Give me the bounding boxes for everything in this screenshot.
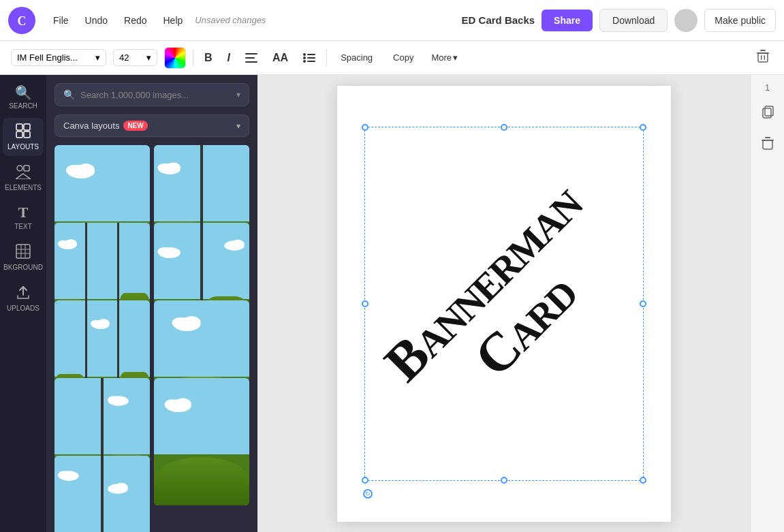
canvas-area[interactable]: Bannerman Card ↻ bbox=[257, 75, 750, 532]
make-public-button[interactable]: Make public bbox=[704, 9, 776, 32]
canva-logo[interactable]: C bbox=[8, 7, 35, 34]
svg-rect-3 bbox=[245, 57, 255, 59]
search-dropdown-arrow: ▾ bbox=[236, 90, 240, 99]
copy-button[interactable]: Copy bbox=[386, 48, 420, 67]
sidebar-label-background: BKGROUND bbox=[3, 264, 43, 271]
cloud-icon-10 bbox=[56, 466, 82, 481]
text-icon: T bbox=[18, 205, 29, 220]
svg-rect-19 bbox=[24, 131, 30, 138]
rotate-handle[interactable]: ↻ bbox=[363, 489, 373, 499]
canvas-page: Bannerman Card ↻ bbox=[337, 86, 671, 522]
cloud-icon-8 bbox=[106, 391, 131, 406]
align-icon bbox=[245, 53, 257, 63]
aa-button[interactable]: AA bbox=[268, 49, 292, 67]
svg-point-33 bbox=[167, 162, 181, 172]
svg-rect-57 bbox=[765, 106, 773, 116]
svg-rect-12 bbox=[760, 50, 766, 51]
cloud-icon-4 bbox=[156, 242, 183, 258]
layouts-icon bbox=[16, 123, 31, 140]
delete-button[interactable] bbox=[753, 47, 773, 69]
sidebar-item-uploads[interactable]: UPLOADS bbox=[3, 279, 44, 317]
svg-point-43 bbox=[97, 319, 109, 328]
svg-point-5 bbox=[303, 53, 306, 56]
layout-selector[interactable]: Canva layouts NEW ▾ bbox=[54, 114, 249, 137]
handle-tm[interactable] bbox=[501, 124, 507, 131]
handle-tr[interactable] bbox=[640, 124, 646, 131]
background-icon bbox=[16, 244, 31, 261]
cloud-icon-9 bbox=[161, 393, 195, 412]
svg-text:C: C bbox=[18, 14, 27, 28]
svg-rect-23 bbox=[16, 245, 30, 258]
sidebar-item-layouts[interactable]: LAYOUTS bbox=[3, 118, 44, 156]
download-button[interactable]: Download bbox=[599, 9, 668, 32]
sidebar-item-text[interactable]: T TEXT bbox=[3, 200, 44, 236]
sidebar-item-search[interactable]: 🔍 SEARCH bbox=[3, 80, 44, 115]
svg-rect-16 bbox=[16, 124, 22, 130]
handle-mr[interactable] bbox=[640, 300, 646, 307]
menu-undo[interactable]: Undo bbox=[78, 11, 114, 30]
delete-page-button[interactable] bbox=[759, 134, 777, 157]
svg-rect-4 bbox=[245, 61, 257, 63]
svg-rect-15 bbox=[764, 55, 766, 60]
topbar-right: ED Card Backs Share Download Make public bbox=[462, 9, 776, 32]
delete-page-icon bbox=[762, 137, 774, 151]
italic-button[interactable]: I bbox=[223, 49, 234, 67]
bold-button[interactable]: B bbox=[200, 49, 217, 67]
more-arrow-icon: ▾ bbox=[453, 52, 458, 63]
svg-point-40 bbox=[231, 240, 244, 249]
svg-rect-60 bbox=[763, 140, 772, 149]
left-panel: 🔍 ▾ Canva layouts NEW ▾ bbox=[46, 75, 257, 532]
svg-rect-8 bbox=[307, 57, 315, 59]
list-button[interactable] bbox=[299, 50, 319, 65]
cloud-icon bbox=[64, 158, 98, 178]
list-icon bbox=[303, 53, 315, 63]
more-button[interactable]: More ▾ bbox=[427, 48, 462, 67]
handle-bl[interactable] bbox=[362, 477, 369, 484]
color-picker[interactable] bbox=[164, 47, 186, 69]
sidebar-label-search: SEARCH bbox=[9, 102, 37, 110]
layout-selector-arrow: ▾ bbox=[236, 121, 240, 131]
menu-file[interactable]: File bbox=[46, 11, 76, 30]
svg-rect-2 bbox=[245, 53, 257, 54]
copy-page-icon bbox=[761, 105, 774, 119]
sidebar-item-elements[interactable]: ELEMENTS bbox=[3, 159, 44, 197]
spacing-button[interactable]: Spacing bbox=[334, 48, 379, 67]
handle-br[interactable] bbox=[640, 477, 646, 484]
sidebar-item-background[interactable]: BKGROUND bbox=[3, 238, 44, 277]
svg-point-20 bbox=[17, 166, 22, 171]
layout-selector-label: Canva layouts bbox=[63, 121, 119, 131]
elements-icon bbox=[16, 164, 31, 181]
search-input[interactable] bbox=[80, 90, 231, 100]
font-selector[interactable]: IM Fell Englis... ▾ bbox=[11, 49, 106, 66]
copy-page-button[interactable] bbox=[758, 102, 777, 125]
formatting-toolbar: IM Fell Englis... ▾ 42 ▾ B I AA Spacing … bbox=[0, 41, 784, 75]
layout-card-9[interactable] bbox=[54, 456, 150, 532]
svg-point-55 bbox=[115, 482, 128, 491]
svg-point-51 bbox=[175, 398, 191, 410]
svg-point-46 bbox=[183, 316, 201, 328]
handle-tl[interactable] bbox=[362, 124, 369, 131]
cloud-icon-6 bbox=[89, 315, 112, 329]
font-size-selector[interactable]: 42 ▾ bbox=[113, 49, 157, 66]
align-button[interactable] bbox=[241, 50, 262, 65]
svg-point-38 bbox=[158, 247, 171, 256]
svg-rect-6 bbox=[307, 54, 315, 55]
share-button[interactable]: Share bbox=[542, 10, 593, 31]
svg-rect-10 bbox=[307, 61, 315, 62]
sidebar-label-text: TEXT bbox=[14, 223, 32, 230]
svg-point-9 bbox=[303, 60, 306, 63]
trash-icon bbox=[757, 50, 769, 63]
layout-card-8[interactable] bbox=[154, 378, 249, 505]
font-name-label: IM Fell Englis... bbox=[17, 52, 78, 63]
menu-help[interactable]: Help bbox=[157, 11, 190, 30]
svg-rect-14 bbox=[761, 55, 762, 60]
handle-bm[interactable] bbox=[501, 477, 507, 484]
search-box[interactable]: 🔍 ▾ bbox=[54, 83, 249, 106]
avatar[interactable] bbox=[674, 9, 697, 32]
search-icon: 🔍 bbox=[15, 86, 32, 99]
separator-2 bbox=[326, 50, 327, 66]
handle-ml[interactable] bbox=[362, 300, 369, 307]
right-panel: 1 bbox=[750, 75, 784, 532]
menu-redo[interactable]: Redo bbox=[117, 11, 153, 30]
new-badge: NEW bbox=[123, 121, 147, 131]
